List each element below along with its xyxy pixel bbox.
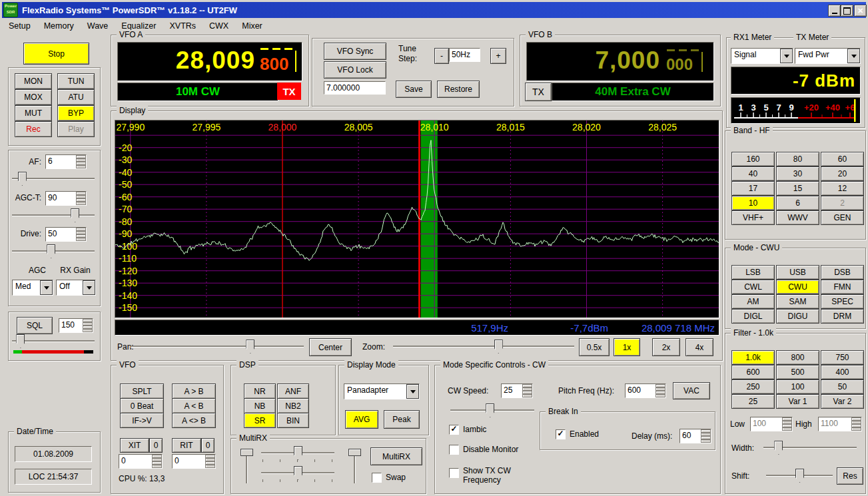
band-wwv-button[interactable]: WWV — [776, 210, 819, 225]
swap-checkbox[interactable] — [372, 473, 382, 483]
filter-750-button[interactable]: 750 — [821, 350, 864, 365]
memory-frequency-input[interactable]: 7.000000 — [324, 81, 386, 95]
filter-25-button[interactable]: 25 — [731, 394, 775, 409]
menu-xvtrs[interactable]: XVTRs — [163, 19, 203, 33]
zero-beat-button[interactable]: 0 Beat — [120, 398, 164, 413]
sr-button[interactable]: SR — [244, 413, 276, 428]
minimize-button[interactable] — [828, 5, 841, 17]
zoom-2x-button[interactable]: 2x — [652, 338, 680, 356]
rit-spinner[interactable]: 0 — [172, 454, 216, 469]
nb2-button[interactable]: NB2 — [277, 398, 309, 413]
cw-speed-slider[interactable] — [450, 403, 534, 417]
band-17-button[interactable]: 17 — [731, 181, 775, 196]
sql-slider[interactable] — [12, 334, 95, 348]
rit-zero-button[interactable]: 0 — [201, 438, 215, 453]
mox-button[interactable]: MOX — [15, 89, 52, 105]
vfo-a-tx-indicator[interactable]: TX — [277, 83, 301, 100]
band-30-button[interactable]: 30 — [776, 166, 819, 181]
multirx-pan2-slider[interactable] — [261, 466, 334, 479]
cw-speed-spinner[interactable]: 25 — [501, 383, 533, 398]
disable-monitor-checkbox[interactable] — [449, 445, 459, 455]
band-60-button[interactable]: 60 — [821, 152, 864, 166]
sql-spinner[interactable]: 150 — [59, 318, 93, 333]
vfo-b-tx-button[interactable]: TX — [525, 83, 552, 101]
iambic-checkbox[interactable]: ✓ — [449, 425, 459, 435]
mode-cwl-button[interactable]: CWL — [731, 280, 775, 294]
nr-button[interactable]: NR — [244, 383, 276, 399]
atu-button[interactable]: ATU — [57, 89, 95, 105]
start-stop-button[interactable]: Stop — [23, 43, 89, 65]
tx-meter-dropdown[interactable]: Fwd Pwr — [795, 48, 861, 64]
band-20-button[interactable]: 20 — [821, 166, 864, 181]
rec-button[interactable]: Rec — [15, 121, 52, 137]
mon-button[interactable]: MON — [15, 73, 52, 89]
mode-digu-button[interactable]: DIGU — [776, 309, 819, 324]
filter-shift-slider[interactable] — [766, 469, 833, 482]
step-plus-button[interactable]: + — [490, 48, 506, 64]
close-button[interactable]: ✕ — [854, 5, 867, 17]
af-spinner[interactable]: 6 — [45, 154, 87, 169]
band-160-button[interactable]: 160 — [731, 152, 775, 166]
if-to-v-button[interactable]: IF->V — [120, 413, 164, 428]
step-minus-button[interactable]: - — [434, 48, 449, 64]
mut-button[interactable]: MUT — [15, 105, 52, 121]
menu-cwx[interactable]: CWX — [203, 19, 235, 33]
rx1-meter-dropdown[interactable]: Signal — [731, 48, 793, 64]
filter-500-button[interactable]: 500 — [776, 365, 819, 379]
filter-reset-button[interactable]: Res — [837, 467, 863, 485]
drive-slider[interactable] — [12, 244, 95, 258]
zoom-0p5x-button[interactable]: 0.5x — [579, 338, 610, 356]
menu-mixer[interactable]: Mixer — [235, 19, 269, 33]
band-15-button[interactable]: 15 — [776, 181, 819, 196]
filter-low-spinner[interactable]: 100 — [750, 417, 793, 431]
agct-slider[interactable] — [12, 208, 95, 222]
filter-1k-button[interactable]: 1.0k — [731, 350, 775, 365]
maximize-button[interactable] — [841, 5, 853, 17]
rit-button[interactable]: RIT — [172, 438, 201, 453]
band-gen-button[interactable]: GEN — [821, 210, 864, 225]
step-value-input[interactable]: 50Hz — [449, 48, 480, 62]
filter-400-button[interactable]: 400 — [821, 365, 864, 379]
menu-setup[interactable]: Setup — [2, 19, 37, 33]
panadapter-spectrum[interactable]: 27,99027,99528,00028,00528,01028,01528,0… — [115, 120, 719, 318]
filter-50-button[interactable]: 50 — [821, 379, 864, 394]
band-6-button[interactable]: 6 — [776, 196, 819, 210]
mode-drm-button[interactable]: DRM — [821, 309, 864, 324]
pitch-freq-spinner[interactable]: 600 — [625, 383, 666, 398]
band-10-button[interactable]: 10 — [731, 196, 775, 210]
bin-button[interactable]: BIN — [277, 413, 309, 428]
mode-fmn-button[interactable]: FMN — [821, 280, 864, 294]
nb-button[interactable]: NB — [244, 398, 276, 413]
mode-dsb-button[interactable]: DSB — [821, 265, 864, 280]
save-button[interactable]: Save — [396, 81, 432, 98]
menu-wave[interactable]: Wave — [81, 19, 115, 33]
filter-width-slider[interactable] — [763, 441, 857, 454]
filter-600-button[interactable]: 600 — [731, 365, 775, 379]
agc-dropdown[interactable]: Med — [12, 280, 53, 296]
byp-button[interactable]: BYP — [57, 105, 95, 121]
multirx-button[interactable]: MultiRX — [370, 447, 422, 465]
band-vhf-button[interactable]: VHF+ — [731, 210, 775, 225]
filter-250-button[interactable]: 250 — [731, 379, 775, 394]
delay-spinner[interactable]: 60 — [679, 429, 711, 443]
center-button[interactable]: Center — [309, 338, 352, 356]
tun-button[interactable]: TUN — [57, 73, 95, 89]
mode-cwu-button[interactable]: CWU — [776, 280, 819, 294]
menu-memory[interactable]: Memory — [37, 19, 81, 33]
avg-button[interactable]: AVG — [345, 410, 378, 429]
band-40-button[interactable]: 40 — [731, 166, 775, 181]
band-80-button[interactable]: 80 — [776, 152, 819, 166]
drive-spinner[interactable]: 50 — [45, 227, 87, 242]
mode-am-button[interactable]: AM — [731, 294, 775, 309]
agct-spinner[interactable]: 90 — [45, 191, 87, 206]
multirx-pan1-slider[interactable] — [261, 446, 334, 459]
vfo-b-display[interactable]: 7,000 000 — [526, 42, 714, 81]
filter-800-button[interactable]: 800 — [776, 350, 819, 365]
show-tx-cw-checkbox[interactable] — [449, 468, 459, 478]
a-swap-b-button[interactable]: A <> B — [172, 413, 216, 428]
split-button[interactable]: SPLT — [120, 383, 164, 399]
play-button[interactable]: Play — [57, 121, 95, 137]
mode-spec-button[interactable]: SPEC — [821, 294, 864, 309]
xit-button[interactable]: XIT — [120, 438, 149, 453]
anf-button[interactable]: ANF — [277, 383, 309, 399]
